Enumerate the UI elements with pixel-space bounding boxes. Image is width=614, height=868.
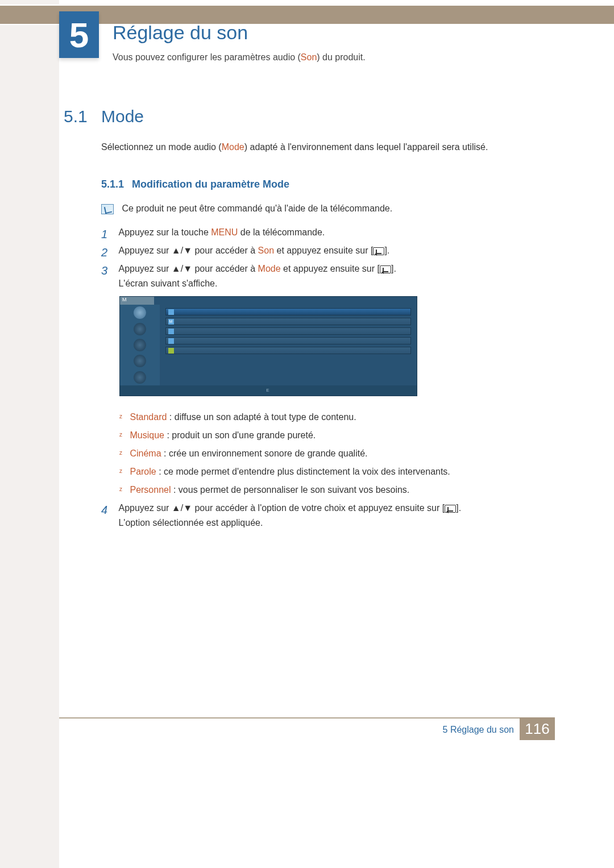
osd-row — [165, 337, 411, 344]
osd-body: M — [120, 305, 417, 385]
enter-icon — [445, 505, 456, 513]
step-text: Appuyez sur la touche MENU de la télécom… — [115, 225, 553, 240]
bullet-icon: z — [119, 446, 127, 458]
bullet-item: z Cinéma : crée un environnement sonore … — [119, 446, 569, 461]
step-3: 3 Appuyez sur ▲/▼ pour accéder à Mode et… — [101, 261, 562, 290]
osd-row-box: M — [168, 319, 174, 325]
page-number-box: 116 — [520, 717, 555, 740]
osd-icon — [134, 323, 146, 335]
osd-icon — [134, 339, 146, 351]
t: L'écran suivant s'affiche. — [118, 279, 217, 288]
subsection-title: Modification du paramètre Mode — [132, 178, 289, 190]
osd-row — [165, 327, 411, 335]
page-number: 116 — [525, 720, 549, 738]
t: Appuyez sur — [118, 264, 171, 273]
t: ]. — [384, 246, 389, 255]
osd-header: M — [120, 297, 154, 305]
bullet-text: Standard : diffuse un son adapté à tout … — [130, 410, 562, 425]
bullet-icon: z — [119, 410, 127, 421]
bullet-text: Parole : ce mode permet d'entendre plus … — [130, 464, 562, 479]
bullet-icon: z — [119, 464, 127, 476]
note-text: Ce produit ne peut être commandé qu'à l'… — [122, 203, 392, 213]
t: : ce mode permet d'entendre plus distinc… — [156, 467, 450, 476]
section-number: 5.1 — [64, 107, 88, 126]
osd-icon — [134, 355, 146, 367]
kw: Mode — [258, 264, 281, 273]
osd-row-box — [168, 348, 174, 354]
chapter-number: 5 — [69, 15, 89, 55]
section-intro-post: ) adapté à l'environnement dans lequel l… — [244, 142, 488, 152]
bullet-item: z Musique : produit un son d'une grande … — [119, 428, 569, 443]
step-2: 2 Appuyez sur ▲/▼ pour accéder à Son et … — [101, 243, 562, 261]
t: ]. — [456, 503, 461, 513]
footer-rule — [59, 717, 554, 719]
t: pour accéder à — [192, 246, 258, 255]
bullet-text: Cinéma : crée un environnement sonore de… — [130, 446, 562, 461]
chapter-title: Réglage du son — [113, 22, 248, 44]
step-text: Appuyez sur ▲/▼ pour accéder à Son et ap… — [115, 243, 553, 258]
t: Appuyez sur — [118, 246, 171, 255]
section-intro-pre: Sélectionnez un mode audio ( — [101, 142, 222, 152]
osd-icon — [134, 371, 146, 384]
kw: MENU — [211, 227, 238, 237]
step-1: 1 Appuyez sur la touche MENU de la téléc… — [101, 225, 562, 243]
bullet-item: z Personnel : vous permet de personnalis… — [119, 483, 569, 497]
step-number: 4 — [101, 501, 113, 519]
osd-row — [165, 308, 411, 315]
subsection-number: 5.1.1 — [101, 178, 124, 190]
chapter-intro: Vous pouvez configurer les paramètres au… — [113, 52, 366, 63]
t: Appuyez sur la touche — [118, 227, 211, 237]
kw: Personnel — [130, 485, 171, 495]
chapter-box: 5 — [59, 11, 99, 58]
intro-post: ) du produit. — [317, 52, 365, 62]
osd-row-box — [168, 329, 174, 334]
osd-screenshot: M M E — [119, 296, 417, 396]
osd-row — [165, 347, 411, 354]
bullet-icon: z — [119, 483, 127, 494]
t: : crée un environnement sonore de grande… — [161, 448, 368, 458]
osd-sidebar — [120, 305, 160, 385]
t: : produit un son d'une grande pureté. — [164, 430, 316, 440]
step-4: 4 Appuyez sur ▲/▼ pour accéder à l'optio… — [101, 501, 562, 530]
t: Appuyez sur — [118, 503, 171, 513]
t: L'option sélectionnée est appliquée. — [118, 518, 263, 528]
osd-row: M — [165, 318, 411, 325]
t: : vous permet de personnaliser le son su… — [171, 485, 410, 495]
t: pour accéder à l'option de votre choix e… — [192, 503, 445, 513]
kw: Cinéma — [130, 448, 161, 458]
osd-main: M — [160, 305, 417, 385]
kw: Standard — [130, 412, 167, 422]
step-text: Appuyez sur ▲/▼ pour accéder à Mode et a… — [115, 261, 553, 290]
t: ]. — [391, 264, 396, 273]
intro-pre: Vous pouvez configurer les paramètres au… — [113, 52, 301, 62]
step-number: 1 — [101, 225, 113, 243]
bullet-item: z Standard : diffuse un son adapté à tou… — [119, 410, 569, 425]
bullet-item: z Parole : ce mode permet d'entendre plu… — [119, 464, 569, 479]
osd-footer: E — [120, 385, 417, 396]
note-row: Ce produit ne peut être commandé qu'à l'… — [101, 203, 562, 214]
t: et appuyez ensuite sur [ — [281, 264, 380, 273]
arrows: ▲/▼ — [172, 503, 192, 513]
bullet-text: Personnel : vous permet de personnaliser… — [130, 483, 562, 497]
enter-icon — [380, 265, 391, 273]
enter-icon — [373, 247, 384, 255]
arrows: ▲/▼ — [172, 246, 192, 255]
note-icon — [101, 204, 114, 214]
section-intro-keyword: Mode — [222, 142, 244, 152]
footer-chapter: 5 Réglage du son — [443, 725, 514, 735]
bullet-icon: z — [119, 428, 127, 439]
kw: Son — [258, 246, 274, 255]
osd-row-box — [168, 309, 174, 315]
section-intro: Sélectionnez un mode audio (Mode) adapté… — [101, 142, 567, 152]
kw: Musique — [130, 430, 164, 440]
t: de la télécommande. — [238, 227, 325, 237]
osd-row-box — [168, 338, 174, 344]
t: : diffuse un son adapté à tout type de c… — [167, 412, 356, 422]
intro-keyword: Son — [301, 52, 317, 62]
arrows: ▲/▼ — [172, 264, 192, 273]
bullet-text: Musique : produit un son d'une grande pu… — [130, 428, 562, 443]
left-rail — [0, 0, 59, 868]
step-number: 3 — [101, 261, 113, 280]
section-title: Mode — [101, 107, 144, 126]
t: et appuyez ensuite sur [ — [274, 246, 373, 255]
